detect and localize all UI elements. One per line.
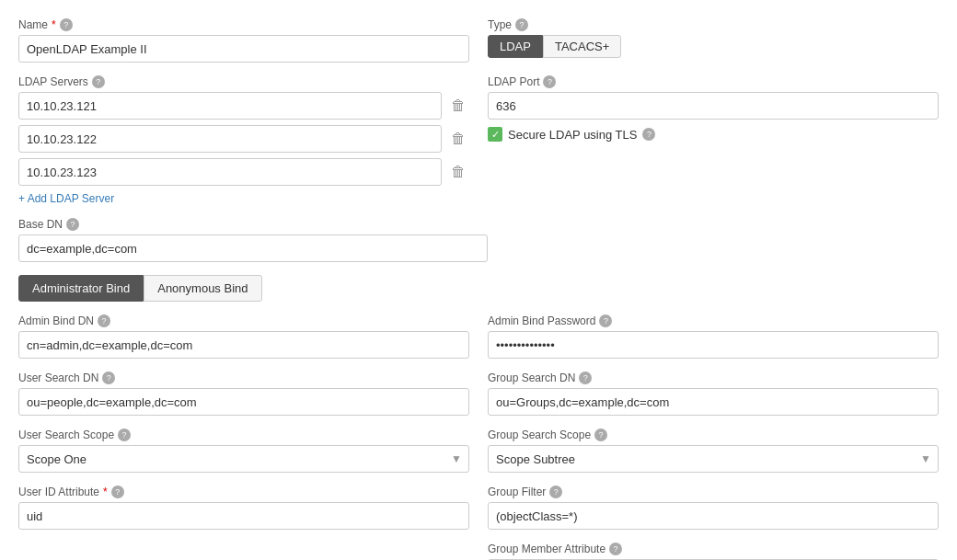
user-search-dn-label-text: User Search DN [18,371,98,384]
type-label-text: Type [488,18,512,31]
user-search-scope-label: User Search Scope ? [18,429,469,441]
server-row-2: 🗑 [18,125,469,153]
anon-bind-tab[interactable]: Anonymous Bind [144,275,261,302]
user-search-dn-help-icon[interactable]: ? [102,371,115,384]
admin-bind-pw-label-text: Admin Bind Password [488,314,595,327]
group-filter-label-text: Group Filter [488,486,546,498]
server-row-3: 🗑 [18,158,469,186]
add-ldap-server-link[interactable]: + Add LDAP Server [18,192,114,205]
base-dn-label-text: Base DN [18,218,63,231]
name-required-star: * [52,18,56,31]
group-search-scope-select[interactable]: Scope One Scope Subtree Scope Base [488,445,939,473]
admin-bind-pw-group: Admin Bind Password ? [488,314,939,359]
secure-ldap-label: Secure LDAP using TLS [508,128,637,142]
user-search-scope-select[interactable]: Scope One Scope Subtree Scope Base [18,445,469,473]
admin-bind-pw-label: Admin Bind Password ? [488,314,939,327]
type-ldap-button[interactable]: LDAP [488,35,543,58]
group-member-attr-row: Group Member Attribute ? [18,543,939,560]
ldap-servers-help-icon[interactable]: ? [92,75,105,88]
form-container: Name * ? Type ? LDAP TACACS+ LDAP Server… [18,18,939,560]
type-help-icon[interactable]: ? [515,18,528,31]
user-id-attr-required-star: * [103,486,108,498]
user-id-attr-input[interactable] [18,502,469,530]
ldap-port-group: LDAP Port ? Secure LDAP using TLS ? [488,75,939,205]
type-field-group: Type ? LDAP TACACS+ [488,18,939,63]
bind-dn-pw-row: Admin Bind DN ? Admin Bind Password ? [18,314,939,359]
group-search-scope-wrapper: Scope One Scope Subtree Scope Base ▼ [488,445,939,473]
delete-server-3-button[interactable]: 🗑 [447,162,469,182]
group-member-attr-group: Group Member Attribute ? [488,543,939,560]
ldap-port-label: LDAP Port ? [488,75,939,88]
group-search-scope-group: Group Search Scope ? Scope One Scope Sub… [488,429,939,473]
group-search-scope-label: Group Search Scope ? [488,429,939,441]
group-member-attr-help-icon[interactable]: ? [609,543,622,555]
server-input-2[interactable] [18,125,442,153]
name-label: Name * ? [18,18,469,31]
name-help-icon[interactable]: ? [60,18,73,31]
delete-server-2-button[interactable]: 🗑 [447,129,469,149]
ldap-servers-label-text: LDAP Servers [18,75,88,88]
user-id-attr-help-icon[interactable]: ? [111,486,124,498]
secure-ldap-help-icon[interactable]: ? [642,128,655,141]
group-member-attr-label-text: Group Member Attribute [488,543,605,555]
group-search-dn-input[interactable] [488,388,939,416]
empty-left [18,543,469,560]
ldap-port-input[interactable] [488,92,939,120]
admin-bind-dn-help-icon[interactable]: ? [98,314,110,327]
user-search-scope-help-icon[interactable]: ? [118,429,131,441]
group-filter-group: Group Filter ? [488,486,939,530]
name-label-text: Name [18,18,48,31]
user-search-scope-label-text: User Search Scope [18,429,114,441]
base-dn-input[interactable] [18,234,488,262]
search-dn-row: User Search DN ? Group Search DN ? [18,371,939,416]
group-member-attr-label: Group Member Attribute ? [488,543,939,555]
ldap-port-help-icon[interactable]: ? [543,75,556,88]
base-dn-group: Base DN ? [18,218,939,262]
bind-tab-group: Administrator Bind Anonymous Bind [18,275,939,302]
group-search-scope-label-text: Group Search Scope [488,429,591,441]
name-field-group: Name * ? [18,18,469,63]
name-input[interactable] [18,35,469,63]
name-type-row: Name * ? Type ? LDAP TACACS+ [18,18,939,63]
group-filter-label: Group Filter ? [488,486,939,498]
user-search-dn-input[interactable] [18,388,469,416]
group-filter-help-icon[interactable]: ? [549,486,562,498]
type-tacacs-button[interactable]: TACACS+ [543,35,621,58]
servers-port-row: LDAP Servers ? 🗑 🗑 🗑 + Add LDAP Server L… [18,75,939,205]
user-id-attr-label-text: User ID Attribute [18,486,99,498]
search-scope-row: User Search Scope ? Scope One Scope Subt… [18,429,939,473]
server-input-1[interactable] [18,92,442,120]
user-search-scope-group: User Search Scope ? Scope One Scope Subt… [18,429,469,473]
user-search-dn-group: User Search DN ? [18,371,469,416]
user-search-dn-label: User Search DN ? [18,371,469,384]
user-id-attr-group: User ID Attribute * ? [18,486,469,530]
secure-ldap-checkbox[interactable] [488,127,502,142]
admin-bind-dn-label: Admin Bind DN ? [18,314,469,327]
admin-bind-dn-label-text: Admin Bind DN [18,314,94,327]
type-label: Type ? [488,18,939,31]
group-search-dn-label-text: Group Search DN [488,371,575,384]
ldap-servers-label: LDAP Servers ? [18,75,469,88]
admin-bind-dn-group: Admin Bind DN ? [18,314,469,359]
ldap-servers-group: LDAP Servers ? 🗑 🗑 🗑 + Add LDAP Server [18,75,469,205]
delete-server-1-button[interactable]: 🗑 [447,96,469,116]
secure-ldap-row: Secure LDAP using TLS ? [488,127,939,142]
group-filter-input[interactable] [488,502,939,530]
ldap-port-label-text: LDAP Port [488,75,539,88]
user-id-attr-label: User ID Attribute * ? [18,486,469,498]
admin-bind-pw-help-icon[interactable]: ? [599,314,612,327]
uid-attr-group-filter-row: User ID Attribute * ? Group Filter ? [18,486,939,530]
base-dn-label: Base DN ? [18,218,939,231]
base-dn-help-icon[interactable]: ? [66,218,79,231]
server-input-3[interactable] [18,158,442,186]
admin-bind-tab[interactable]: Administrator Bind [18,275,144,302]
admin-bind-pw-input[interactable] [488,331,939,359]
group-search-dn-group: Group Search DN ? [488,371,939,416]
admin-bind-dn-input[interactable] [18,331,469,359]
group-search-scope-help-icon[interactable]: ? [594,429,607,441]
group-search-dn-help-icon[interactable]: ? [579,371,592,384]
server-row-1: 🗑 [18,92,469,120]
group-search-dn-label: Group Search DN ? [488,371,939,384]
type-button-group: LDAP TACACS+ [488,35,939,58]
user-search-scope-wrapper: Scope One Scope Subtree Scope Base ▼ [18,445,469,473]
